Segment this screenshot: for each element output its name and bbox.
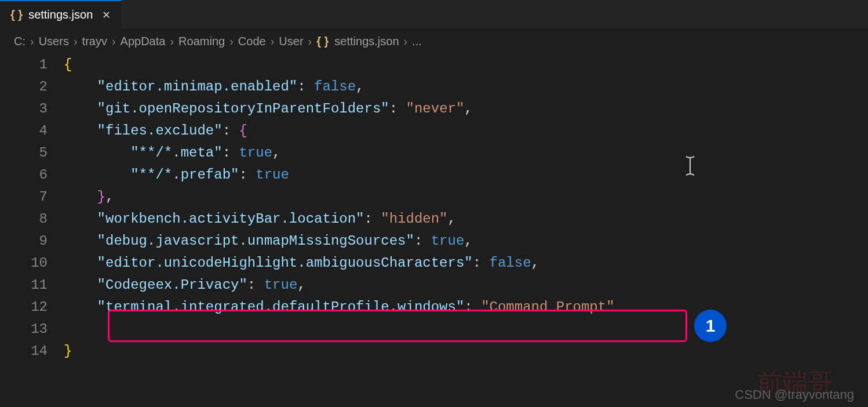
code-line[interactable]: }, bbox=[64, 186, 615, 208]
token-key: "Codegeex.Privacy" bbox=[97, 277, 247, 293]
line-number: 3 bbox=[0, 98, 48, 120]
token-boolean: true bbox=[239, 145, 272, 161]
token-comma: , bbox=[531, 255, 539, 271]
code-line[interactable]: "Codegeex.Privacy": true, bbox=[64, 274, 615, 296]
token-brace-pink: { bbox=[239, 123, 247, 139]
json-icon: { } bbox=[10, 8, 23, 21]
chevron-right-icon: › bbox=[308, 35, 312, 48]
breadcrumb-part[interactable]: User bbox=[279, 35, 303, 48]
token-string: "Command Prompt" bbox=[481, 299, 614, 315]
token-key: "debug.javascript.unmapMissingSources" bbox=[97, 233, 414, 249]
token-colon: : bbox=[464, 299, 481, 315]
annotation-badge: 1 bbox=[694, 310, 727, 342]
token-boolean: true bbox=[431, 233, 465, 249]
token-colon: : bbox=[364, 211, 381, 227]
token-string: "hidden" bbox=[381, 211, 447, 227]
breadcrumb-part[interactable]: Code bbox=[238, 35, 266, 48]
code-line[interactable]: "workbench.activityBar.location": "hidde… bbox=[64, 208, 615, 230]
token-boolean: false bbox=[490, 255, 531, 271]
token-brace: } bbox=[64, 343, 72, 359]
token-boolean: false bbox=[314, 79, 356, 95]
watermark-text: CSDN @trayvontang bbox=[735, 387, 854, 402]
token-comma: , bbox=[105, 189, 114, 205]
code-line[interactable]: "files.exclude": { bbox=[64, 120, 615, 142]
code-line[interactable]: "git.openRepositoryInParentFolders": "ne… bbox=[64, 98, 615, 120]
line-number: 10 bbox=[0, 252, 48, 274]
code-line[interactable]: "terminal.integrated.defaultProfile.wind… bbox=[64, 296, 615, 318]
token-comma: , bbox=[448, 211, 456, 227]
token-key: "editor.unicodeHighlight.ambiguousCharac… bbox=[97, 255, 473, 271]
code-line[interactable]: "**/*.meta": true, bbox=[64, 142, 615, 164]
chevron-right-icon: › bbox=[170, 35, 174, 48]
line-number: 12 bbox=[0, 296, 48, 318]
code-line[interactable]: } bbox=[64, 340, 615, 362]
line-number: 6 bbox=[0, 164, 48, 186]
token-colon: : bbox=[389, 101, 406, 117]
token-colon: : bbox=[223, 145, 239, 161]
token-colon: : bbox=[223, 123, 239, 139]
tab-bar: { } settings.json ✕ bbox=[0, 0, 868, 29]
chevron-right-icon: › bbox=[271, 35, 275, 48]
chevron-right-icon: › bbox=[112, 35, 116, 48]
token-colon: : bbox=[473, 255, 490, 271]
breadcrumb-trailing[interactable]: ... bbox=[412, 35, 422, 48]
line-number: 1 bbox=[0, 54, 48, 76]
token-key: "editor.minimap.enabled" bbox=[97, 79, 298, 95]
line-number: 9 bbox=[0, 230, 48, 252]
token-boolean: true bbox=[264, 277, 298, 293]
chevron-right-icon: › bbox=[74, 35, 78, 48]
line-number: 4 bbox=[0, 120, 48, 142]
token-key: "terminal.integrated.defaultProfile.wind… bbox=[97, 299, 465, 315]
token-key: "workbench.activityBar.location" bbox=[97, 211, 364, 227]
code-content[interactable]: { "editor.minimap.enabled": false, "git.… bbox=[64, 54, 615, 362]
line-number: 13 bbox=[0, 318, 48, 340]
code-line[interactable]: "**/*.prefab": true bbox=[64, 164, 615, 186]
breadcrumb-file[interactable]: settings.json bbox=[334, 35, 399, 48]
token-brace: { bbox=[64, 57, 72, 72]
code-line[interactable]: "editor.unicodeHighlight.ambiguousCharac… bbox=[64, 252, 615, 274]
token-colon: : bbox=[414, 233, 431, 249]
token-comma: , bbox=[272, 145, 280, 161]
code-editor[interactable]: 1234567891011121314 { "editor.minimap.en… bbox=[0, 53, 868, 362]
line-number-gutter: 1234567891011121314 bbox=[0, 54, 64, 362]
code-line[interactable] bbox=[64, 318, 615, 340]
token-brace-pink: } bbox=[97, 189, 105, 205]
line-number: 5 bbox=[0, 142, 48, 164]
breadcrumb-part[interactable]: AppData bbox=[121, 35, 166, 48]
token-key: "**/*.meta" bbox=[130, 145, 222, 161]
token-comma: , bbox=[464, 101, 472, 117]
code-line[interactable]: { bbox=[64, 54, 615, 76]
breadcrumb-part[interactable]: trayv bbox=[82, 35, 107, 48]
line-number: 8 bbox=[0, 208, 48, 230]
token-key: "git.openRepositoryInParentFolders" bbox=[97, 101, 389, 117]
line-number: 11 bbox=[0, 274, 48, 296]
token-colon: : bbox=[247, 277, 264, 293]
token-colon: : bbox=[239, 167, 256, 183]
chevron-right-icon: › bbox=[229, 35, 234, 48]
close-icon[interactable]: ✕ bbox=[102, 9, 111, 21]
chevron-right-icon: › bbox=[404, 35, 408, 48]
token-comma: , bbox=[356, 79, 364, 95]
token-comma: , bbox=[297, 277, 305, 293]
token-comma: , bbox=[464, 233, 472, 249]
breadcrumb-part[interactable]: C: bbox=[14, 35, 25, 48]
tab-filename: settings.json bbox=[28, 8, 93, 21]
chevron-right-icon: › bbox=[30, 35, 34, 48]
json-icon: { } bbox=[316, 35, 329, 48]
line-number: 2 bbox=[0, 76, 48, 98]
breadcrumb-part[interactable]: Roaming bbox=[178, 35, 225, 48]
editor-tab-active[interactable]: { } settings.json ✕ bbox=[0, 0, 121, 28]
line-number: 7 bbox=[0, 186, 48, 208]
token-key: "files.exclude" bbox=[97, 123, 223, 139]
token-colon: : bbox=[297, 79, 314, 95]
token-key: "**/*.prefab" bbox=[130, 167, 239, 183]
token-boolean: true bbox=[256, 167, 289, 183]
token-string: "never" bbox=[406, 101, 465, 117]
code-line[interactable]: "editor.minimap.enabled": false, bbox=[64, 76, 615, 98]
breadcrumb[interactable]: C:› Users› trayv› AppData› Roaming› Code… bbox=[0, 29, 868, 53]
breadcrumb-part[interactable]: Users bbox=[39, 35, 69, 48]
code-line[interactable]: "debug.javascript.unmapMissingSources": … bbox=[64, 230, 615, 252]
line-number: 14 bbox=[0, 340, 48, 362]
